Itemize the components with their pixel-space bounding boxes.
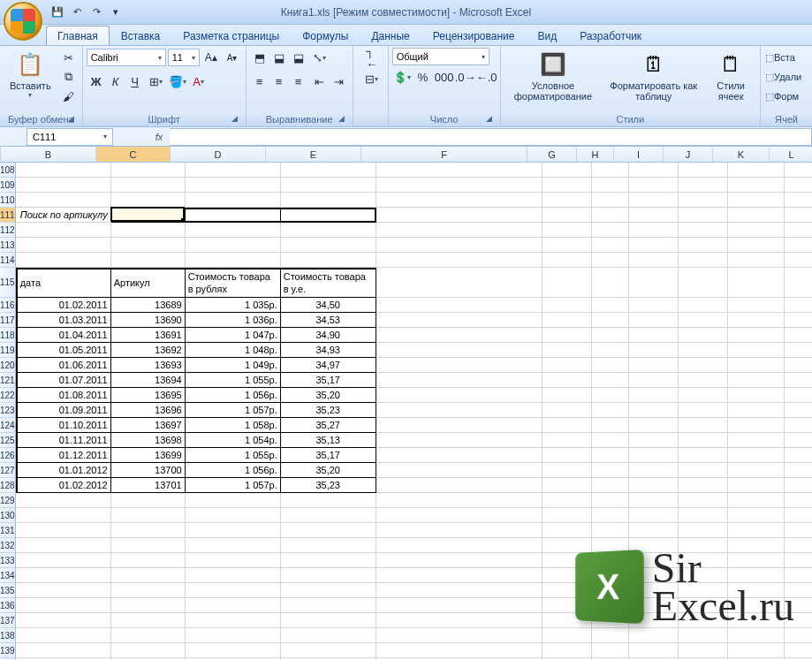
col-header-G[interactable]: G xyxy=(527,147,577,162)
number-format-select[interactable]: Общий▾ xyxy=(392,48,489,65)
cell[interactable] xyxy=(785,358,812,373)
cell[interactable] xyxy=(679,448,728,463)
cell[interactable] xyxy=(111,178,186,193)
cell[interactable] xyxy=(281,493,376,508)
cell[interactable] xyxy=(111,628,186,643)
cell[interactable]: 13696 xyxy=(111,403,186,418)
paste-button[interactable]: 📋 Вставить ▾ xyxy=(4,48,57,102)
cell[interactable] xyxy=(785,433,812,448)
cell[interactable] xyxy=(785,268,812,298)
launcher-icon[interactable]: ◢ xyxy=(230,114,240,125)
cell[interactable] xyxy=(785,463,812,478)
cell[interactable] xyxy=(728,628,785,643)
cell[interactable] xyxy=(679,313,728,328)
cell[interactable]: 1 036р. xyxy=(186,313,281,328)
cell[interactable] xyxy=(728,268,785,298)
cell[interactable] xyxy=(111,613,186,628)
cell[interactable] xyxy=(785,643,812,658)
cell[interactable] xyxy=(785,478,812,493)
cell[interactable] xyxy=(592,298,629,313)
row-header-109[interactable]: 109 xyxy=(0,178,16,193)
cell[interactable] xyxy=(679,193,728,208)
cell[interactable]: 01.06.2011 xyxy=(16,358,111,373)
increase-indent-icon[interactable]: ⇥ xyxy=(330,72,349,91)
cell[interactable] xyxy=(592,238,629,253)
cell[interactable] xyxy=(376,643,543,658)
cell[interactable]: 01.11.2011 xyxy=(16,433,111,448)
cell[interactable] xyxy=(111,223,186,238)
row-header-112[interactable]: 112 xyxy=(0,223,16,238)
cell[interactable] xyxy=(376,388,543,403)
cell[interactable]: 13701 xyxy=(111,478,186,493)
undo-icon[interactable]: ↶ xyxy=(69,4,85,20)
cell[interactable] xyxy=(728,253,785,268)
cell[interactable] xyxy=(592,388,629,403)
cell[interactable] xyxy=(16,253,111,268)
cell[interactable] xyxy=(629,508,679,523)
cell[interactable]: 01.08.2011 xyxy=(16,388,111,403)
cell[interactable] xyxy=(592,463,629,478)
tab-данные[interactable]: Данные xyxy=(360,26,421,45)
cell[interactable] xyxy=(679,178,728,193)
cell[interactable] xyxy=(543,313,592,328)
cell[interactable] xyxy=(679,223,728,238)
cell[interactable]: 34,90 xyxy=(281,328,376,343)
cell[interactable] xyxy=(186,508,281,523)
decrease-font-icon[interactable]: A▾ xyxy=(223,48,242,67)
cell[interactable] xyxy=(592,403,629,418)
cell[interactable] xyxy=(629,418,679,433)
cell[interactable] xyxy=(111,193,186,208)
insert-button[interactable]: ⬚ Вста xyxy=(764,48,808,67)
row-header-131[interactable]: 131 xyxy=(0,523,16,538)
cell[interactable] xyxy=(376,628,543,643)
cell[interactable] xyxy=(629,343,679,358)
cell[interactable]: 1 047р. xyxy=(186,328,281,343)
cell[interactable] xyxy=(16,163,111,178)
cell[interactable] xyxy=(543,433,592,448)
cell[interactable] xyxy=(111,493,186,508)
cell[interactable]: 01.03.2011 xyxy=(16,313,111,328)
row-header-111[interactable]: 111 xyxy=(0,208,16,223)
cell[interactable]: 35,17 xyxy=(281,448,376,463)
cell[interactable] xyxy=(592,313,629,328)
cell[interactable] xyxy=(376,493,543,508)
cell[interactable] xyxy=(111,553,186,568)
cell[interactable] xyxy=(281,538,376,553)
cell[interactable] xyxy=(592,208,629,223)
cell[interactable] xyxy=(376,373,543,388)
cell[interactable] xyxy=(728,238,785,253)
cell[interactable] xyxy=(679,478,728,493)
col-header-E[interactable]: E xyxy=(266,147,361,162)
cell[interactable] xyxy=(629,238,679,253)
cell[interactable] xyxy=(679,523,728,538)
row-header-128[interactable]: 128 xyxy=(0,478,16,493)
row-header-139[interactable]: 139 xyxy=(0,643,16,658)
cell[interactable] xyxy=(543,373,592,388)
cell[interactable] xyxy=(543,358,592,373)
cell[interactable] xyxy=(679,508,728,523)
tab-вставка[interactable]: Вставка xyxy=(110,26,172,45)
cell[interactable] xyxy=(543,508,592,523)
cell[interactable] xyxy=(281,253,376,268)
cell[interactable] xyxy=(16,493,111,508)
cell[interactable]: 35,23 xyxy=(281,478,376,493)
cell[interactable] xyxy=(679,268,728,298)
cell[interactable] xyxy=(679,463,728,478)
format-as-table-button[interactable]: 🗓 Форматировать как таблицу xyxy=(603,48,703,104)
cell[interactable] xyxy=(186,523,281,538)
cell[interactable] xyxy=(376,583,543,598)
cell[interactable] xyxy=(785,178,812,193)
cell[interactable] xyxy=(592,358,629,373)
cell[interactable]: 35,20 xyxy=(281,463,376,478)
tab-главная[interactable]: Главная xyxy=(46,26,110,45)
cell[interactable]: 01.12.2011 xyxy=(16,448,111,463)
cell[interactable] xyxy=(16,223,111,238)
cell[interactable] xyxy=(376,553,543,568)
cell[interactable] xyxy=(543,463,592,478)
tab-разметка страницы[interactable]: Разметка страницы xyxy=(171,26,291,45)
cell[interactable] xyxy=(376,433,543,448)
cell[interactable] xyxy=(376,253,543,268)
cell[interactable]: 13692 xyxy=(111,343,186,358)
cell[interactable] xyxy=(281,598,376,613)
fill-color-icon[interactable]: 🪣▾ xyxy=(168,72,187,91)
